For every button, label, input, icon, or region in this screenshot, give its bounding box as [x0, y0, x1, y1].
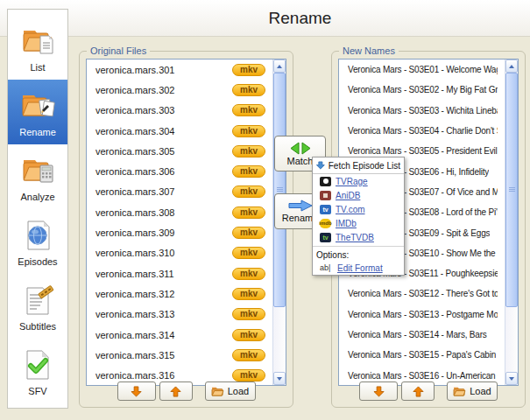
scroll-up-button[interactable]: [505, 60, 518, 73]
scroll-up-button[interactable]: [273, 60, 286, 73]
sidebar-item-label: Episodes: [18, 256, 57, 267]
load-button[interactable]: Load: [205, 382, 256, 401]
file-type-badge: mkv: [232, 369, 265, 382]
load-button[interactable]: Load: [447, 382, 498, 401]
episode-name: Veronica Mars - S03E04 - Charlie Don't S…: [348, 126, 498, 136]
episode-row[interactable]: Veronica Mars - S03E03 - Wichita Linebac…: [339, 101, 505, 121]
file-type-badge: mkv: [232, 125, 265, 137]
chevron-up-icon: [509, 65, 514, 68]
episode-row[interactable]: Veronica Mars - S03E01 - Welcome Wagon: [339, 60, 505, 80]
sidebar-item-analyze[interactable]: Analyze: [8, 144, 67, 209]
load-button-label: Load: [228, 386, 249, 396]
page-title: Rename: [70, 0, 530, 37]
file-name: veronica.mars.308: [95, 207, 232, 218]
file-name: veronica.mars.309: [95, 228, 232, 238]
sidebar-item-list[interactable]: List: [8, 15, 67, 80]
sidebar-item-subtitles[interactable]: Subtitles: [8, 274, 67, 339]
file-row[interactable]: veronica.mars.307mkv: [87, 182, 272, 202]
menu-item-label[interactable]: AniDB: [336, 191, 360, 200]
globe-page-icon: [18, 217, 58, 254]
episode-name: Veronica Mars - S03E13 - Postgame Mortem: [348, 310, 498, 319]
grip-icon: [509, 187, 515, 188]
move-up-button[interactable]: [401, 382, 435, 401]
menu-item-edit-format[interactable]: ab| Edit Format: [313, 261, 404, 275]
thetvdb-icon: tv: [320, 233, 331, 242]
up-arrow-icon: [413, 386, 424, 397]
load-button-label: Load: [470, 386, 491, 396]
file-row[interactable]: veronica.mars.302mkv: [87, 80, 272, 100]
tvcom-icon: tv: [320, 205, 331, 214]
move-down-button[interactable]: [117, 382, 156, 401]
file-type-badge: mkv: [232, 206, 265, 219]
episode-name: Veronica Mars - S03E01 - Welcome Wagon: [348, 65, 498, 74]
menu-item-thetvdb[interactable]: tv TheTVDB: [313, 230, 404, 244]
file-row[interactable]: veronica.mars.312mkv: [87, 284, 272, 304]
sidebar: List Rename: [7, 9, 68, 409]
menu-separator: [313, 246, 404, 247]
rename-arrow-icon: [288, 200, 313, 212]
file-name: veronica.mars.302: [95, 85, 232, 95]
file-row[interactable]: veronica.mars.301mkv: [87, 60, 272, 80]
file-name: veronica.mars.301: [95, 65, 232, 75]
menu-item-label[interactable]: TVRage: [336, 177, 368, 186]
file-row[interactable]: veronica.mars.305mkv: [87, 141, 272, 161]
anidb-icon: [320, 191, 331, 200]
file-type-badge: mkv: [232, 64, 265, 76]
folder-document-icon: [18, 23, 58, 60]
scrollbar[interactable]: [505, 60, 518, 385]
file-name: veronica.mars.315: [95, 350, 232, 360]
folder-analyze-icon: [18, 152, 58, 189]
original-files-panel: Original Files veronica.mars.301mkv vero…: [79, 51, 293, 408]
folder-rename-icon: [18, 88, 58, 124]
episode-row[interactable]: Veronica Mars - S03E02 - My Big Fat Gree…: [339, 80, 505, 100]
sidebar-item-label: Rename: [19, 127, 56, 137]
file-row[interactable]: veronica.mars.313mkv: [87, 304, 272, 325]
menu-item-label[interactable]: TheTVDB: [336, 233, 374, 242]
check-page-icon: [18, 346, 58, 383]
menu-item-label[interactable]: TV.com: [336, 205, 365, 214]
original-files-list: veronica.mars.301mkv veronica.mars.302mk…: [86, 59, 286, 386]
episode-row[interactable]: Veronica Mars - S03E04 - Charlie Don't S…: [339, 121, 505, 141]
menu-item-label[interactable]: Edit Format: [337, 263, 383, 273]
new-names-label: New Names: [339, 46, 399, 56]
sidebar-item-label: SFV: [28, 386, 46, 396]
menu-item-label[interactable]: IMDb: [336, 219, 357, 228]
file-name: veronica.mars.304: [95, 126, 232, 136]
sidebar-item-episodes[interactable]: Episodes: [8, 209, 67, 274]
original-files-label: Original Files: [87, 46, 150, 56]
file-row[interactable]: veronica.mars.308mkv: [87, 202, 272, 222]
file-name: veronica.mars.307: [95, 186, 232, 197]
file-row[interactable]: veronica.mars.306mkv: [87, 161, 272, 181]
sidebar-item-label: Subtitles: [19, 321, 56, 332]
file-row[interactable]: veronica.mars.304mkv: [87, 121, 272, 141]
file-row[interactable]: veronica.mars.315mkv: [87, 345, 272, 365]
menu-item-anidb[interactable]: AniDB: [313, 188, 404, 202]
move-up-button[interactable]: [159, 382, 193, 401]
menu-item-tvcom[interactable]: tv TV.com: [313, 202, 404, 216]
scrollbar-thumb[interactable]: [273, 73, 286, 307]
chevron-down-icon: [509, 377, 514, 381]
fetch-down-arrow-icon: [316, 160, 325, 171]
file-row[interactable]: veronica.mars.309mkv: [87, 222, 272, 242]
file-row[interactable]: veronica.mars.314mkv: [87, 325, 272, 345]
episode-name: Veronica Mars - S03E15 - Papa's Cabin: [348, 350, 496, 360]
episode-row[interactable]: Veronica Mars - S03E12 - There's Got to …: [339, 284, 505, 304]
file-row[interactable]: veronica.mars.310mkv: [87, 243, 272, 263]
file-row[interactable]: veronica.mars.303mkv: [87, 101, 272, 121]
folder-icon: [211, 386, 224, 396]
sidebar-item-sfv[interactable]: SFV: [8, 339, 67, 403]
file-name: veronica.mars.310: [95, 248, 232, 258]
match-button-label: Match: [287, 156, 314, 166]
file-type-badge: mkv: [232, 288, 265, 300]
sidebar-item-rename[interactable]: Rename: [8, 80, 67, 144]
scrollbar-thumb[interactable]: [505, 73, 518, 307]
menu-item-imdb[interactable]: imdb IMDb: [313, 216, 404, 230]
file-row[interactable]: veronica.mars.311mkv: [87, 263, 272, 284]
episode-row[interactable]: Veronica Mars - S03E13 - Postgame Mortem: [339, 304, 505, 325]
match-arrows-icon: [289, 142, 312, 155]
episode-row[interactable]: Veronica Mars - S03E14 - Mars, Bars: [339, 325, 505, 345]
episode-row[interactable]: Veronica Mars - S03E15 - Papa's Cabin: [339, 345, 505, 365]
menu-item-tvrage[interactable]: TVRage: [313, 174, 404, 188]
move-down-button[interactable]: [359, 382, 398, 401]
episode-name: Veronica Mars - S03E05 - President Evil: [348, 146, 498, 156]
